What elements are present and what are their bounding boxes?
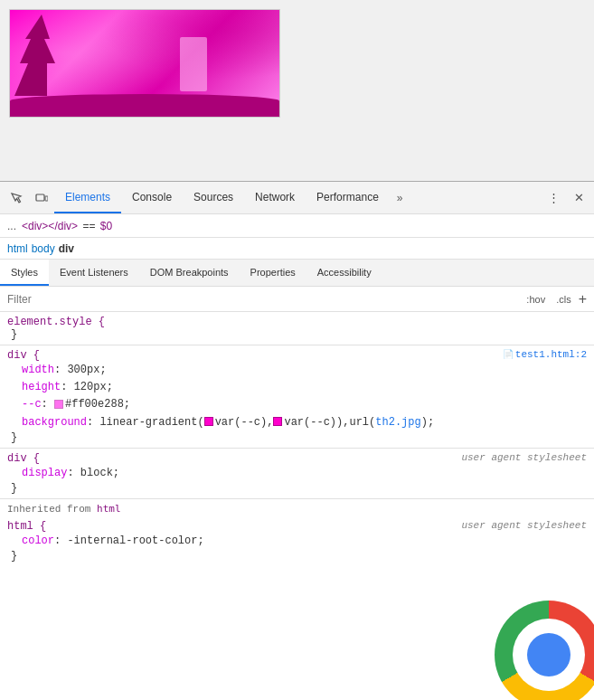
tab-styles[interactable]: Styles (0, 260, 49, 286)
dom-path: html body div (0, 238, 594, 260)
prop-custom-c: --c: #ff00e288; (7, 396, 587, 413)
filter-input[interactable] (7, 293, 523, 306)
add-style-button[interactable]: + (579, 291, 587, 307)
more-tabs-button[interactable]: » (390, 192, 410, 204)
tab-accessibility[interactable]: Accessibility (306, 260, 382, 286)
devtools-panel: Elements Console Sources Network Perform… (0, 181, 594, 700)
filter-bar: :hov .cls + (0, 287, 594, 312)
tab-event-listeners[interactable]: Event Listeners (49, 260, 139, 286)
source-file-text: test1.html:2 (515, 349, 587, 360)
div-user-agent-rule: div { user agent stylesheet display: blo… (0, 449, 594, 498)
svg-rect-1 (45, 196, 48, 201)
th2-link[interactable]: th2.jpg (375, 416, 420, 429)
tab-network[interactable]: Network (244, 182, 306, 213)
breadcrumb-tag[interactable]: <div></div> (22, 220, 78, 232)
user-agent-label: user agent stylesheet (461, 452, 587, 463)
svg-rect-0 (36, 194, 44, 201)
toolbar-actions: ⋮ ✕ (542, 186, 590, 210)
breadcrumb: ... <div></div> == $0 (0, 214, 594, 238)
tab-performance[interactable]: Performance (306, 182, 390, 213)
color-swatch-c[interactable] (54, 400, 63, 409)
preview-area (0, 0, 594, 181)
tab-properties[interactable]: Properties (240, 260, 306, 286)
div-rule: div { 📄 test1.html:2 width: 300px; heigh… (0, 345, 594, 448)
dom-path-div[interactable]: div (59, 242, 74, 255)
inherited-from-html: Inherited from html (0, 499, 594, 516)
element-style-selector: element.style { (7, 316, 105, 328)
element-style-rule: element.style { } (0, 312, 594, 345)
inherited-label: Inherited from (7, 504, 97, 515)
settings-icon[interactable]: ⋮ (542, 186, 565, 210)
chrome-icon-overlay (476, 582, 594, 700)
div-ua-selector: div { (7, 452, 40, 465)
devtools-toolbar: Elements Console Sources Network Perform… (0, 182, 594, 214)
dom-path-body[interactable]: body (32, 242, 55, 255)
prop-background: background: linear-gradient(var(--c),var… (7, 414, 587, 431)
cls-button[interactable]: .cls (552, 292, 575, 307)
breadcrumb-dots: ... (7, 220, 16, 232)
styles-content: element.style { } div { 📄 test1.html:2 w… (0, 312, 594, 700)
html-ua-selector: html { (7, 520, 46, 533)
prop-width: width: 300px; (7, 362, 587, 379)
preview-image (9, 9, 280, 118)
breadcrumb-equals: == (80, 220, 99, 232)
color-swatch-grad2[interactable] (273, 417, 282, 426)
breadcrumb-var: $0 (100, 220, 112, 232)
source-file-icon: 📄 (503, 349, 514, 360)
div-selector: div { (7, 349, 40, 362)
color-swatch-grad1[interactable] (204, 417, 213, 426)
prop-height: height: 120px; (7, 379, 587, 396)
tab-sources[interactable]: Sources (183, 182, 244, 213)
inherited-html-tag[interactable]: html (97, 503, 121, 515)
panel-tabs: Styles Event Listeners DOM Breakpoints P… (0, 260, 594, 287)
html-user-agent-label: user agent stylesheet (461, 520, 587, 531)
tab-elements[interactable]: Elements (54, 182, 121, 213)
devtools-tabs: Elements Console Sources Network Perform… (54, 182, 542, 213)
prop-color: color: -internal-root-color; (7, 533, 587, 550)
dom-path-html[interactable]: html (7, 242, 28, 255)
html-user-agent-rule: html { user agent stylesheet color: -int… (0, 516, 594, 566)
source-link[interactable]: 📄 test1.html:2 (503, 349, 587, 360)
device-toolbar-icon[interactable] (29, 185, 54, 211)
hov-button[interactable]: :hov (523, 292, 549, 307)
prop-display: display: block; (7, 465, 587, 482)
filter-actions: :hov .cls + (523, 291, 587, 307)
tab-dom-breakpoints[interactable]: DOM Breakpoints (139, 260, 240, 286)
inspect-icon[interactable] (4, 185, 29, 211)
close-devtools-button[interactable]: ✕ (567, 186, 590, 210)
tab-console[interactable]: Console (121, 182, 183, 213)
